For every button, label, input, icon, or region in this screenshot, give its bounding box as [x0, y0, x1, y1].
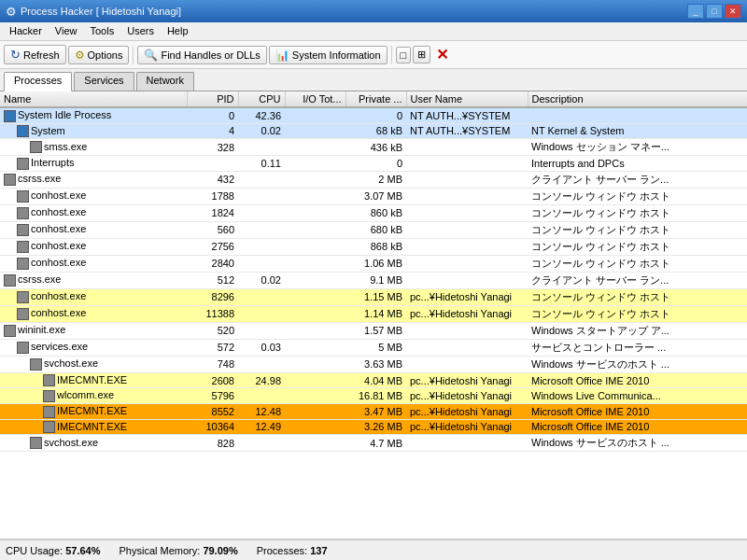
process-private: 5 MB [345, 339, 406, 356]
table-row[interactable]: wlcomm.exe579616.81 MBpc...¥Hidetoshi Ya… [0, 388, 747, 404]
cpu-usage-value: 57.64% [65, 545, 100, 556]
titlebar-controls: _ □ ✕ [687, 4, 741, 19]
process-description: コンソール ウィンドウ ホスト [528, 288, 747, 305]
options-button[interactable]: ⚙ Options [68, 46, 130, 64]
window-button-1[interactable]: □ [396, 47, 412, 63]
process-io [285, 123, 345, 139]
menu-users[interactable]: Users [121, 24, 160, 38]
table-row[interactable]: csrss.exe4322 MBクライアント サーバー ラン... [0, 171, 747, 188]
process-name-cell: IMECMNT.EXE [0, 372, 187, 388]
process-cpu [238, 356, 285, 372]
table-row[interactable]: System40.0268 kBNT AUTH...¥SYSTEMNT Kern… [0, 123, 747, 139]
process-private: 436 kB [345, 139, 406, 156]
col-header-private[interactable]: Private ... [345, 91, 406, 107]
process-description: コンソール ウィンドウ ホスト [528, 188, 747, 204]
process-io [285, 419, 345, 435]
app-icon: ⚙ [6, 5, 17, 19]
process-io [285, 339, 345, 356]
table-row[interactable]: smss.exe328436 kBWindows セッション マネー... [0, 139, 747, 156]
statusbar: CPU Usage: 57.64% Physical Memory: 79.09… [0, 539, 747, 560]
menu-help[interactable]: Help [162, 24, 194, 38]
process-description: コンソール ウィンドウ ホスト [528, 255, 747, 272]
find-handles-button[interactable]: 🔍 Find Handles or DLLs [137, 46, 266, 64]
process-name-cell: services.exe [0, 339, 187, 356]
cpu-usage-label: CPU Usage: 57.64% [6, 545, 101, 556]
process-pid: 1824 [187, 204, 238, 221]
process-description: Microsoft Office IME 2010 [528, 372, 747, 388]
process-name-cell: wininit.exe [0, 322, 187, 339]
col-header-user[interactable]: User Name [406, 91, 528, 107]
table-row[interactable]: IMECMNT.EXE260824.984.04 MBpc...¥Hidetos… [0, 372, 747, 388]
refresh-button[interactable]: ↻ Refresh [4, 45, 66, 64]
menu-hacker[interactable]: Hacker [4, 24, 48, 38]
process-cpu: 12.49 [238, 419, 285, 435]
process-io [285, 139, 345, 156]
table-row[interactable]: conhost.exe1824860 kBコンソール ウィンドウ ホスト [0, 204, 747, 221]
table-row[interactable]: conhost.exe28401.06 MBコンソール ウィンドウ ホスト [0, 255, 747, 272]
col-header-cpu[interactable]: CPU [238, 91, 285, 107]
process-cpu: 24.98 [238, 372, 285, 388]
kill-button[interactable]: ✕ [432, 46, 452, 63]
table-row[interactable]: Interrupts0.110Interrupts and DPCs [0, 156, 747, 172]
col-header-desc[interactable]: Description [528, 91, 747, 107]
process-description: Windows Live Communica... [528, 388, 747, 404]
process-cpu [238, 139, 285, 156]
minimize-button[interactable]: _ [687, 4, 704, 19]
process-name-cell: smss.exe [0, 139, 187, 156]
process-pid: 11388 [187, 305, 238, 322]
process-cpu [238, 204, 285, 221]
table-row[interactable]: conhost.exe82961.15 MBpc...¥Hidetoshi Ya… [0, 288, 747, 305]
process-name-cell: conhost.exe [0, 288, 187, 305]
table-row[interactable]: wininit.exe5201.57 MBWindows スタートアップ ア..… [0, 322, 747, 339]
process-private: 3.26 MB [345, 419, 406, 435]
process-private: 4.7 MB [345, 435, 406, 452]
table-row[interactable]: IMECMNT.EXE855212.483.47 MBpc...¥Hidetos… [0, 403, 747, 419]
table-row[interactable]: conhost.exe560680 kBコンソール ウィンドウ ホスト [0, 221, 747, 238]
table-row[interactable]: services.exe5720.035 MBサービスとコントローラー ... [0, 339, 747, 356]
table-row[interactable]: svchost.exe8284.7 MBWindows サービスのホスト ... [0, 435, 747, 452]
table-row[interactable]: IMECMNT.EXE1036412.493.26 MBpc...¥Hideto… [0, 419, 747, 435]
process-description: コンソール ウィンドウ ホスト [528, 238, 747, 255]
process-user [406, 204, 528, 221]
table-row[interactable]: System Idle Process042.360NT AUTH...¥SYS… [0, 107, 747, 123]
table-row[interactable]: csrss.exe5120.029.1 MBクライアント サーバー ラン... [0, 272, 747, 288]
process-description: クライアント サーバー ラン... [528, 171, 747, 188]
table-row[interactable]: svchost.exe7483.63 MBWindows サービスのホスト ..… [0, 356, 747, 372]
tab-network[interactable]: Network [136, 72, 194, 91]
process-io [285, 188, 345, 204]
menu-view[interactable]: View [49, 24, 83, 38]
col-header-name[interactable]: Name [0, 91, 187, 107]
table-row[interactable]: conhost.exe113881.14 MBpc...¥Hidetoshi Y… [0, 305, 747, 322]
table-row[interactable]: conhost.exe17883.07 MBコンソール ウィンドウ ホスト [0, 188, 747, 204]
system-info-button[interactable]: 📊 System Information [269, 46, 388, 64]
process-pid: 10364 [187, 419, 238, 435]
close-button[interactable]: ✕ [725, 4, 741, 19]
menu-tools[interactable]: Tools [85, 24, 120, 38]
menubar: Hacker View Tools Users Help [0, 22, 747, 41]
process-cpu [238, 221, 285, 238]
col-header-io[interactable]: I/O Tot... [285, 91, 345, 107]
process-io [285, 272, 345, 288]
table-row[interactable]: conhost.exe2756868 kBコンソール ウィンドウ ホスト [0, 238, 747, 255]
process-user [406, 322, 528, 339]
process-cpu [238, 288, 285, 305]
process-table-container[interactable]: Name PID CPU I/O Tot... Private ... User… [0, 91, 747, 539]
process-io [285, 288, 345, 305]
process-description: サービスとコントローラー ... [528, 339, 747, 356]
process-io [285, 388, 345, 404]
tab-services[interactable]: Services [74, 72, 134, 91]
process-user: pc...¥Hidetoshi Yanagi [406, 388, 528, 404]
process-private: 2 MB [345, 171, 406, 188]
tab-processes[interactable]: Processes [4, 72, 72, 91]
col-header-pid[interactable]: PID [187, 91, 238, 107]
process-io [285, 156, 345, 172]
process-table: Name PID CPU I/O Tot... Private ... User… [0, 91, 747, 452]
window-button-2[interactable]: ⊞ [413, 46, 430, 63]
titlebar: ⚙ Process Hacker [ Hidetoshi Yanagi] _ □… [0, 0, 747, 22]
process-private: 868 kB [345, 238, 406, 255]
system-info-icon: 📊 [275, 49, 289, 62]
maximize-button[interactable]: □ [706, 4, 723, 19]
process-user: NT AUTH...¥SYSTEM [406, 123, 528, 139]
toolbar: ↻ Refresh ⚙ Options 🔍 Find Handles or DL… [0, 41, 747, 69]
process-cpu [238, 388, 285, 404]
